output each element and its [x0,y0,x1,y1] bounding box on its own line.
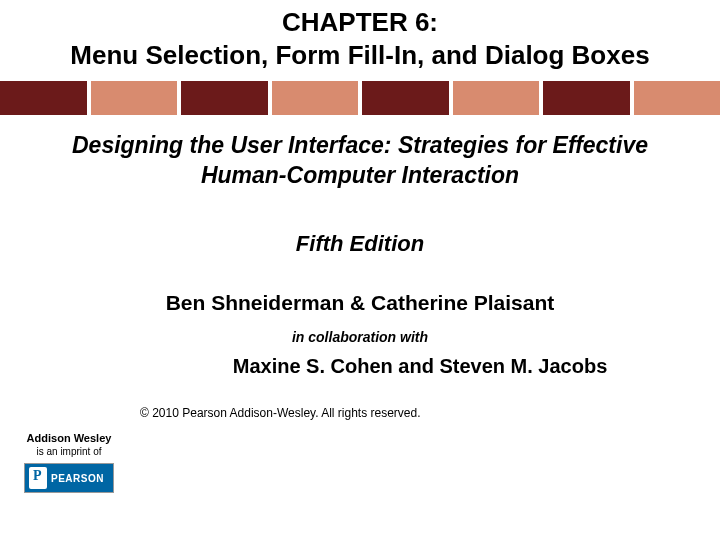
pearson-logo-text: PEARSON [51,473,104,484]
stripe [362,81,449,115]
pearson-logo: PEARSON [24,463,114,493]
stripe [634,81,721,115]
authors-primary: Ben Shneiderman & Catherine Plaisant [0,291,720,315]
stripe [543,81,630,115]
authors-secondary: Maxine S. Cohen and Steven M. Jacobs [0,355,720,378]
book-title: Designing the User Interface: Strategies… [0,115,720,191]
stripe [181,81,268,115]
chapter-number: CHAPTER 6: [282,7,438,37]
stripe [272,81,359,115]
stripe [0,81,87,115]
imprint-label: is an imprint of [14,446,124,457]
collaboration-label: in collaboration with [0,329,720,345]
copyright-notice: © 2010 Pearson Addison-Wesley. All right… [0,406,720,420]
book-edition: Fifth Edition [0,231,720,257]
chapter-title: CHAPTER 6: Menu Selection, Form Fill-In,… [0,0,720,81]
decorative-stripe-row [0,81,720,115]
publisher-block: Addison Wesley is an imprint of PEARSON [14,432,124,493]
stripe [453,81,540,115]
chapter-name: Menu Selection, Form Fill-In, and Dialog… [70,40,649,70]
stripe [91,81,178,115]
pearson-mark-icon [29,467,47,489]
publisher-name: Addison Wesley [14,432,124,444]
